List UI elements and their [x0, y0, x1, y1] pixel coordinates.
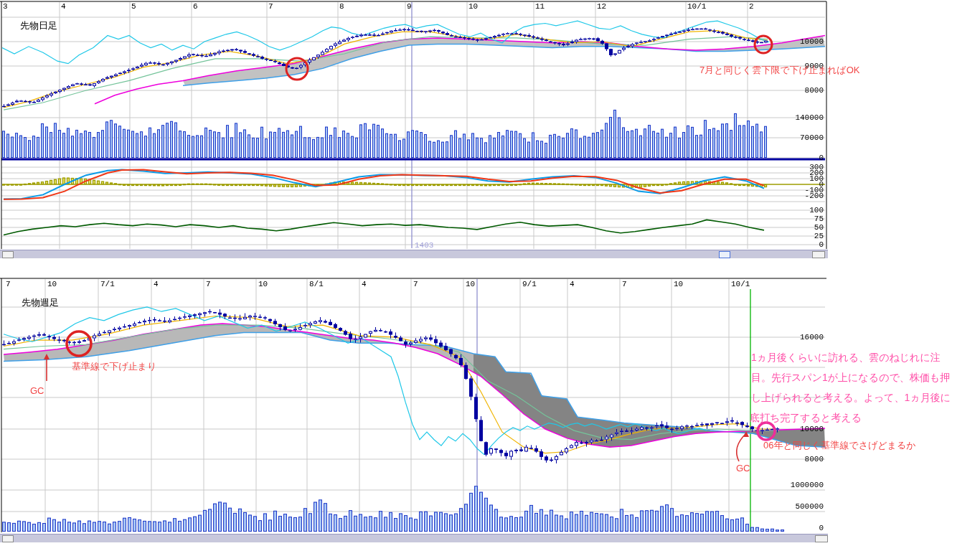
daily-scrollbar-thumb[interactable]	[812, 251, 825, 258]
daily-scrollbar-thumb[interactable]	[719, 251, 730, 258]
daily-scrollbar[interactable]	[0, 250, 828, 258]
weekly-scrollbar-thumb[interactable]	[2, 535, 14, 542]
futures-chart-page: 先物日足 先物週足 1403 345678910111210/121000090…	[0, 0, 980, 551]
weekly-scrollbar[interactable]	[0, 534, 828, 542]
weekly-scrollbar-thumb[interactable]	[815, 535, 828, 542]
daily-scrollbar-thumb[interactable]	[2, 251, 14, 258]
charts-canvas	[0, 0, 980, 551]
